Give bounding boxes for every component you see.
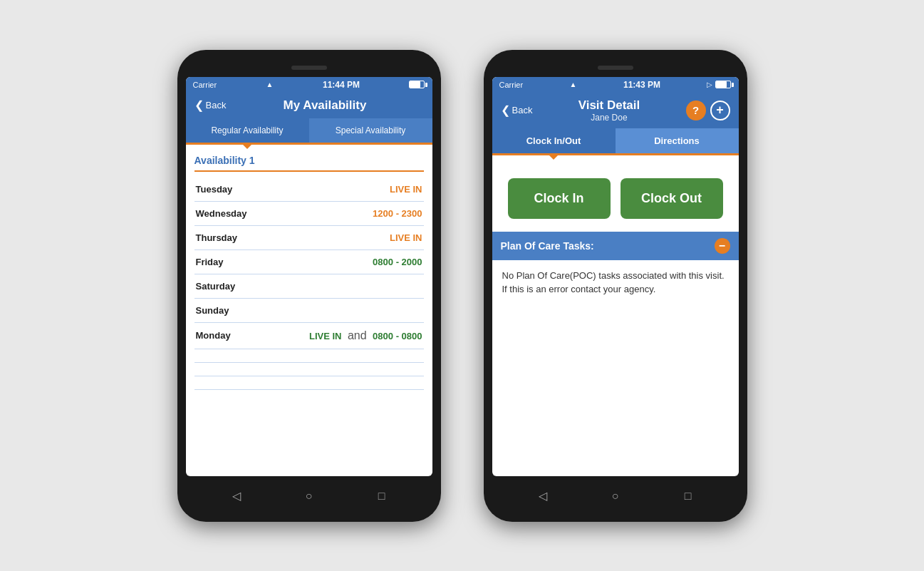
nav-back-2[interactable]: ◁ [533, 486, 553, 506]
val-monday-live-in: LIVE IN [309, 331, 342, 341]
avail-row-empty-3 [194, 376, 424, 390]
nav-home-2[interactable]: ○ [606, 486, 625, 506]
phone-1-speaker [291, 66, 327, 70]
poc-header: Plan Of Care Tasks: − [492, 232, 739, 260]
tab-directions[interactable]: Directions [616, 128, 739, 153]
clock-in-button[interactable]: Clock In [508, 178, 611, 219]
avail-row-empty-1 [194, 349, 424, 363]
carrier-1: Carrier [193, 81, 217, 89]
back-label-2: Back [512, 105, 533, 115]
val-friday: 0800 - 2000 [373, 257, 422, 267]
wifi-icon-2: ▲ [570, 81, 577, 88]
avail-row-empty-2 [194, 363, 424, 376]
avail-row-thursday: Thursday LIVE IN [194, 226, 424, 250]
poc-collapse-button[interactable]: − [715, 238, 730, 254]
time-1: 11:44 PM [323, 80, 360, 90]
day-friday: Friday [196, 257, 260, 267]
phone-1-bottom: ◁ ○ □ [186, 476, 432, 509]
tab-regular-availability[interactable]: Regular Availability [186, 118, 309, 143]
nav-home-1[interactable]: ○ [299, 486, 319, 506]
nav-square-1[interactable]: □ [372, 486, 392, 506]
val-monday-time: 0800 - 0800 [373, 331, 422, 341]
content-area-2: Clock In Clock Out Plan Of Care Tasks: −… [492, 155, 739, 315]
val-monday: LIVE IN and 0800 - 0800 [309, 329, 422, 342]
tab-bar-2: Clock In/Out Directions [492, 128, 739, 155]
battery-fill-2 [716, 81, 727, 88]
header-title-area-1: My Availability [226, 98, 423, 113]
page-subtitle-2: Jane Doe [532, 113, 685, 123]
tab-clock-in-out[interactable]: Clock In/Out [492, 128, 616, 153]
question-icon: ? [692, 104, 699, 116]
avail-row-sunday: Sunday [194, 299, 424, 323]
day-tuesday: Tuesday [196, 184, 260, 195]
status-icons-2: ▷ [707, 81, 731, 88]
val-wednesday: 1200 - 2300 [373, 208, 422, 219]
carrier-2: Carrier [499, 81, 524, 89]
poc-minus-icon: − [719, 240, 725, 252]
avail-row-saturday: Saturday [194, 274, 424, 299]
header-actions-2: ? + [686, 101, 730, 120]
phone-1: Carrier ▲ 11:44 PM ❮ Back My Availabilit… [177, 50, 441, 522]
day-sunday: Sunday [196, 305, 260, 316]
val-thursday: LIVE IN [390, 232, 422, 243]
phone-1-top [186, 63, 432, 77]
status-bar-2: Carrier ▲ 11:43 PM ▷ [492, 77, 739, 93]
and-text-monday: and [348, 329, 370, 341]
poc-title: Plan Of Care Tasks: [501, 240, 594, 252]
app-header-1: ❮ Back My Availability [186, 93, 432, 118]
location-icon-2: ▷ [707, 81, 712, 88]
phone-2: Carrier ▲ 11:43 PM ▷ ❮ Back Visit Detail… [484, 50, 747, 522]
status-bar-1: Carrier ▲ 11:44 PM [186, 77, 432, 93]
tab-bar-1: Regular Availability Special Availabilit… [186, 118, 432, 145]
wifi-icon-1: ▲ [266, 81, 274, 88]
avail-row-wednesday: Wednesday 1200 - 2300 [194, 202, 424, 226]
content-area-1: Availability 1 Tuesday LIVE IN Wednesday… [186, 145, 432, 400]
phone-2-screen: Carrier ▲ 11:43 PM ▷ ❮ Back Visit Detail… [492, 77, 739, 476]
battery-fill-1 [410, 81, 420, 88]
clock-out-button[interactable]: Clock Out [621, 178, 723, 219]
phone-2-bottom: ◁ ○ □ [492, 476, 739, 509]
day-saturday: Saturday [196, 281, 260, 292]
plus-icon: + [716, 103, 724, 118]
phone-2-speaker [598, 66, 633, 70]
status-icons-1 [409, 81, 425, 88]
avail-row-monday: Monday LIVE IN and 0800 - 0800 [194, 323, 424, 349]
clock-buttons-container: Clock In Clock Out [501, 165, 730, 232]
poc-body: No Plan Of Care(POC) tasks associated wi… [501, 260, 730, 305]
back-arrow-2: ❮ [501, 103, 510, 117]
battery-icon-1 [409, 81, 425, 88]
avail-row-friday: Friday 0800 - 2000 [194, 250, 424, 274]
header-title-area-2: Visit Detail Jane Doe [532, 98, 685, 123]
nav-back-1[interactable]: ◁ [227, 486, 246, 506]
availability-label: Availability 1 [194, 155, 424, 172]
nav-square-2[interactable]: □ [678, 486, 698, 506]
back-label-1: Back [206, 100, 227, 110]
phone-2-top [492, 63, 739, 77]
day-monday: Monday [196, 330, 260, 341]
val-tuesday: LIVE IN [390, 184, 422, 195]
app-header-2: ❮ Back Visit Detail Jane Doe ? + [492, 93, 739, 128]
back-button-2[interactable]: ❮ Back [501, 103, 533, 117]
day-wednesday: Wednesday [196, 208, 260, 219]
question-icon-button[interactable]: ? [686, 101, 706, 120]
back-button-1[interactable]: ❮ Back [194, 98, 227, 112]
page-title-2: Visit Detail [532, 98, 685, 113]
phone-1-screen: Carrier ▲ 11:44 PM ❮ Back My Availabilit… [186, 77, 432, 476]
back-arrow-1: ❮ [194, 98, 204, 112]
poc-section: Plan Of Care Tasks: − No Plan Of Care(PO… [501, 232, 730, 305]
avail-row-tuesday: Tuesday LIVE IN [194, 178, 424, 202]
plus-icon-button[interactable]: + [710, 101, 730, 120]
day-thursday: Thursday [196, 232, 260, 243]
time-2: 11:43 PM [623, 80, 660, 90]
tab-special-availability[interactable]: Special Availability [309, 118, 432, 143]
page-title-1: My Availability [226, 98, 423, 113]
battery-icon-2 [715, 81, 731, 88]
